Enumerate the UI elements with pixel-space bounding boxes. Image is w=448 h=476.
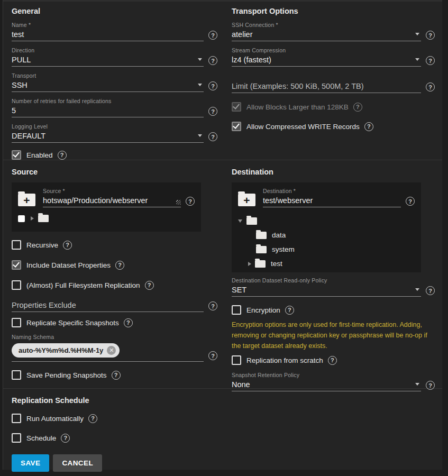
- save-button[interactable]: SAVE: [12, 454, 49, 472]
- enabled-checkbox[interactable]: [12, 150, 21, 160]
- save-pending-checkbox[interactable]: [12, 370, 21, 380]
- help-icon[interactable]: ?: [364, 122, 373, 131]
- help-icon[interactable]: ?: [186, 197, 195, 206]
- section-replication-schedule: Replication Schedule Run Automatically ?…: [3, 389, 442, 472]
- destination-tree-root-row[interactable]: [238, 214, 415, 228]
- allow-compressed-checkbox[interactable]: [232, 122, 241, 131]
- readonly-policy-field: Destination Dataset Read-only Policy SET…: [232, 277, 435, 297]
- destination-tree-row-data[interactable]: data: [238, 228, 415, 242]
- run-automatically-checkbox-row[interactable]: Run Automatically ?: [12, 414, 435, 423]
- retries-label: Number of retries for failed replication…: [12, 98, 204, 104]
- full-fs-checkbox-row[interactable]: (Almost) Full Filesystem Replication ?: [12, 280, 217, 290]
- chevron-right-icon[interactable]: [248, 262, 251, 266]
- schedule-checkbox-row[interactable]: Schedule ?: [12, 433, 435, 443]
- help-icon[interactable]: ?: [208, 132, 217, 141]
- from-scratch-checkbox-row[interactable]: Replication from scratch ?: [232, 355, 435, 365]
- help-icon[interactable]: ?: [426, 56, 435, 65]
- replicate-specific-checkbox-row[interactable]: Replicate Specific Snapshots ?: [12, 318, 217, 327]
- from-scratch-label: Replication from scratch: [246, 356, 323, 364]
- name-value: test: [12, 30, 204, 39]
- replicate-specific-checkbox[interactable]: [12, 318, 21, 327]
- destination-picker-value: test/webserver: [263, 196, 401, 205]
- help-icon[interactable]: ?: [124, 318, 133, 327]
- logging-level-value: DEFAULT: [12, 132, 195, 140]
- name-input[interactable]: test: [12, 30, 204, 41]
- help-icon[interactable]: ?: [285, 306, 294, 315]
- resize-handle-icon[interactable]: [176, 200, 181, 205]
- chevron-right-icon[interactable]: [31, 216, 34, 221]
- include-props-checkbox[interactable]: [12, 260, 21, 270]
- source-tree-root-row[interactable]: [18, 215, 195, 222]
- help-icon[interactable]: ?: [208, 351, 217, 360]
- help-icon[interactable]: ?: [61, 434, 70, 443]
- encryption-checkbox[interactable]: [232, 305, 241, 315]
- direction-select[interactable]: PULL: [12, 56, 204, 67]
- help-icon[interactable]: ?: [88, 414, 97, 423]
- help-icon[interactable]: ?: [63, 241, 72, 250]
- folder-icon: [256, 232, 267, 239]
- source-picker-input[interactable]: hotswap/Production/webserver: [43, 196, 181, 207]
- encryption-label: Encryption: [246, 306, 280, 314]
- destination-tree-row-system[interactable]: system: [238, 242, 415, 257]
- encryption-checkbox-row[interactable]: Encryption ?: [232, 305, 435, 315]
- recursive-checkbox[interactable]: [12, 240, 21, 250]
- stream-compression-select[interactable]: lz4 (fastest): [232, 56, 421, 67]
- transport-label: Transport: [12, 72, 204, 79]
- allow-blocks-checkbox-row: Allow Blocks Larger than 128KB ?: [232, 102, 435, 112]
- include-props-checkbox-row[interactable]: Include Dataset Properties ?: [12, 260, 217, 270]
- help-icon[interactable]: ?: [208, 301, 217, 310]
- form-actions: SAVE CANCEL: [12, 454, 435, 472]
- help-icon[interactable]: ?: [426, 31, 435, 40]
- save-pending-label: Save Pending Snapshots: [26, 371, 107, 379]
- recursive-label: Recursive: [26, 241, 58, 249]
- help-icon[interactable]: ?: [406, 197, 415, 206]
- help-icon[interactable]: ?: [58, 151, 67, 160]
- direction-label: Direction: [12, 47, 204, 53]
- help-icon[interactable]: ?: [145, 281, 154, 290]
- save-pending-checkbox-row[interactable]: Save Pending Snapshots ?: [12, 370, 217, 380]
- full-fs-checkbox[interactable]: [12, 280, 21, 290]
- help-icon[interactable]: ?: [426, 83, 435, 91]
- readonly-policy-select[interactable]: SET: [232, 286, 421, 297]
- include-props-label: Include Dataset Properties: [26, 261, 111, 269]
- schedule-checkbox[interactable]: [12, 433, 21, 443]
- cancel-button[interactable]: CANCEL: [53, 454, 102, 472]
- properties-exclude-input[interactable]: Properties Exclude: [12, 301, 204, 312]
- run-automatically-checkbox[interactable]: [12, 414, 21, 423]
- naming-schema-input[interactable]: auto-%Y%m%d.%H%M-1y ✕: [12, 343, 204, 362]
- recursive-checkbox-row[interactable]: Recursive ?: [12, 240, 217, 250]
- enabled-checkbox-row[interactable]: Enabled ?: [12, 150, 217, 160]
- destination-tree-row-test[interactable]: test: [238, 257, 415, 271]
- from-scratch-checkbox[interactable]: [232, 355, 241, 365]
- destination-picker-input[interactable]: test/webserver: [263, 196, 401, 207]
- retries-input[interactable]: 5: [12, 106, 204, 117]
- help-icon[interactable]: ?: [115, 261, 124, 270]
- help-icon[interactable]: ?: [208, 56, 217, 65]
- help-icon[interactable]: ?: [208, 107, 217, 116]
- destination-picker-label: Destination *: [263, 188, 401, 194]
- help-icon[interactable]: ?: [208, 81, 217, 90]
- help-icon[interactable]: ?: [112, 371, 121, 380]
- chevron-down-icon: [198, 84, 202, 86]
- help-icon[interactable]: ?: [208, 31, 217, 40]
- retention-policy-select[interactable]: None: [232, 380, 421, 391]
- destination-column: Destination Destination * test/webserver…: [229, 168, 435, 397]
- folder-icon: [255, 260, 266, 268]
- help-icon[interactable]: ?: [353, 103, 362, 112]
- chevron-down-icon[interactable]: [238, 219, 242, 223]
- chip-close-icon[interactable]: ✕: [107, 346, 116, 355]
- limit-field: Limit (Examples: 500 KiB, 500M, 2 TB) ?: [232, 72, 435, 93]
- limit-input[interactable]: Limit (Examples: 500 KiB, 500M, 2 TB): [232, 82, 421, 93]
- tree-item-label: test: [271, 260, 282, 268]
- allow-compressed-checkbox-row[interactable]: Allow Compressed WRITE Records ?: [232, 122, 435, 131]
- naming-schema-chip[interactable]: auto-%Y%m%d.%H%M-1y ✕: [12, 343, 120, 358]
- naming-schema-label: Naming Schema: [12, 334, 204, 340]
- tree-checkbox[interactable]: [18, 215, 25, 222]
- help-icon[interactable]: ?: [426, 381, 435, 390]
- help-icon[interactable]: ?: [328, 356, 337, 365]
- help-icon[interactable]: ?: [426, 286, 435, 295]
- logging-level-select[interactable]: DEFAULT: [12, 132, 204, 143]
- ssh-connection-select[interactable]: atelier: [232, 30, 421, 41]
- run-automatically-label: Run Automatically: [26, 415, 84, 423]
- transport-select[interactable]: SSH: [12, 81, 204, 92]
